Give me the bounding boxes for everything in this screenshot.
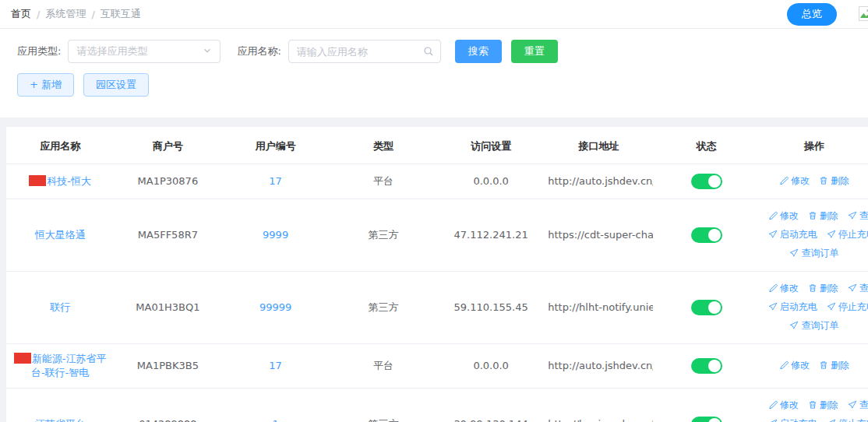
op-label: 删除 xyxy=(820,280,838,297)
query-order-button[interactable]: 查询订单 xyxy=(789,317,838,334)
query-station-button[interactable]: 查询站点 xyxy=(848,207,868,224)
breadcrumb-system-management[interactable]: 系统管理 xyxy=(45,7,86,21)
delete-button[interactable]: 删除 xyxy=(808,396,838,413)
table-row: 联行MA01H3BQ199999第三方59.110.155.45http://h… xyxy=(6,272,868,344)
op-label: 查询订单 xyxy=(801,244,838,262)
merchant-no-cell: 014289888 xyxy=(114,389,221,422)
app-name-link[interactable]: 恒大星络通 xyxy=(35,229,86,241)
op-label: 停止充电 xyxy=(838,298,868,315)
chevron-down-icon xyxy=(203,46,212,58)
stop-charge-button[interactable]: 停止充电 xyxy=(827,298,868,315)
modify-button[interactable]: 修改 xyxy=(768,280,799,297)
app-name-link[interactable]: 江苏省平台 xyxy=(35,418,86,422)
app-name-input[interactable] xyxy=(288,40,441,63)
col-user-no: 用户编号 xyxy=(222,127,330,164)
user-no-link[interactable]: 17 xyxy=(269,360,282,371)
ops-line: 修改删除查询站点 xyxy=(764,280,865,298)
search-icon xyxy=(423,46,434,59)
api-url-cell: http://hlht-notify.uniev.c... xyxy=(545,272,652,344)
user-no-link[interactable]: 9999 xyxy=(263,229,288,241)
query-station-button[interactable]: 查询站点 xyxy=(848,396,868,413)
breadcrumb-home[interactable]: 首页 xyxy=(11,7,31,21)
type-cell: 第三方 xyxy=(330,389,437,422)
app-type-select[interactable]: 请选择应用类型 xyxy=(68,40,221,63)
merchant-no-cell: MA5FF58R7 xyxy=(114,199,221,272)
op-label: 修改 xyxy=(791,357,810,374)
app-name-cell: 恒大星络通 xyxy=(6,199,114,272)
modify-button[interactable]: 修改 xyxy=(779,357,810,374)
col-status: 状态 xyxy=(653,127,760,164)
delete-button[interactable]: 删除 xyxy=(808,280,838,297)
delete-icon xyxy=(819,176,828,185)
delete-button[interactable]: 删除 xyxy=(808,207,838,224)
modify-button[interactable]: 修改 xyxy=(768,396,799,413)
status-toggle[interactable] xyxy=(691,300,722,315)
merchant-no-cell: MA01H3BQ1 xyxy=(114,272,221,344)
merchant-no-cell: MA1PBK3B5 xyxy=(114,344,221,389)
status-cell xyxy=(653,389,760,422)
op-label: 查询站点 xyxy=(859,280,868,297)
type-cell: 平台 xyxy=(330,164,437,199)
status-toggle[interactable] xyxy=(691,358,722,374)
op-label: 启动充电 xyxy=(780,415,817,422)
access-cell: 47.112.241.21 xyxy=(437,199,545,272)
search-button[interactable]: 搜索 xyxy=(455,40,502,63)
access-cell: 59.110.155.45 xyxy=(437,272,545,344)
ops-cell: 修改删除查询站点启动充电停止充电查询订单 xyxy=(760,389,868,422)
modify-button[interactable]: 修改 xyxy=(768,207,799,224)
type-cell: 第三方 xyxy=(330,199,437,272)
status-toggle[interactable] xyxy=(691,417,722,422)
ops-cell: 修改删除查询站点启动充电停止充电查询订单 xyxy=(760,199,868,272)
start-charge-button[interactable]: 启动充电 xyxy=(768,298,817,315)
query-station-button[interactable]: 查询站点 xyxy=(848,280,868,297)
send-icon xyxy=(848,400,857,410)
ops-line: 修改删除 xyxy=(764,357,865,375)
op-label: 启动充电 xyxy=(780,298,817,315)
status-toggle[interactable] xyxy=(691,227,722,243)
filter-panel: 应用类型: 请选择应用类型 应用名称: 搜索 重置 + 新增 园区设置 xyxy=(0,29,868,118)
add-button[interactable]: + 新增 xyxy=(17,73,74,97)
user-no-link[interactable]: 17 xyxy=(269,175,282,187)
user-no-link[interactable]: 99999 xyxy=(259,301,291,313)
user-no-link[interactable]: 1 xyxy=(272,418,278,422)
delete-button[interactable]: 删除 xyxy=(819,357,849,374)
send-icon xyxy=(848,283,857,293)
api-url-cell: http://auto.jshdev.cn/ga... xyxy=(545,164,652,199)
delete-button[interactable]: 删除 xyxy=(819,172,849,189)
access-cell: 39.99.130.144 xyxy=(437,389,545,422)
delete-icon xyxy=(808,211,817,220)
table-row: 恒大星络通MA5FF58R79999第三方47.112.241.21https:… xyxy=(6,199,868,272)
status-cell xyxy=(653,272,760,344)
app-name-link[interactable]: 新能源-江苏省平台-联行-智电 xyxy=(14,353,107,378)
toggle-knob xyxy=(708,418,721,422)
overview-button[interactable]: 总览 xyxy=(787,3,837,26)
reset-button[interactable]: 重置 xyxy=(511,40,558,63)
park-settings-button[interactable]: 园区设置 xyxy=(83,73,149,97)
app-name-link[interactable]: 科技-恒大 xyxy=(29,175,91,187)
start-charge-button[interactable]: 启动充电 xyxy=(768,415,817,422)
toggle-knob xyxy=(708,229,721,241)
ops-cell: 修改删除 xyxy=(760,164,868,199)
user-no-cell: 9999 xyxy=(222,199,330,272)
ops-cell: 修改删除查询站点启动充电停止充电查询订单 xyxy=(760,272,868,344)
start-charge-button[interactable]: 启动充电 xyxy=(768,226,817,243)
broken-image-icon xyxy=(859,6,868,23)
op-label: 查询站点 xyxy=(859,207,868,224)
app-type-placeholder: 请选择应用类型 xyxy=(76,44,203,58)
ops-cell: 修改删除 xyxy=(760,344,868,389)
status-toggle[interactable] xyxy=(691,174,722,189)
ops-line: 查询订单 xyxy=(764,244,865,263)
stop-charge-button[interactable]: 停止充电 xyxy=(827,226,868,243)
user-no-cell: 1 xyxy=(222,389,330,422)
modify-button[interactable]: 修改 xyxy=(779,172,810,189)
send-icon xyxy=(768,419,778,422)
top-bar: 首页 / 系统管理 / 互联互通 总览 xyxy=(0,0,868,29)
api-url-cell: http://auto.jshdev.cn/ga... xyxy=(545,344,652,389)
op-label: 删除 xyxy=(831,172,849,189)
send-icon xyxy=(827,230,836,239)
query-order-button[interactable]: 查询订单 xyxy=(789,244,838,262)
app-name-link[interactable]: 联行 xyxy=(50,301,70,313)
col-operations: 操作 xyxy=(760,127,868,164)
stop-charge-button[interactable]: 停止充电 xyxy=(827,415,868,422)
redaction-block xyxy=(29,175,46,186)
